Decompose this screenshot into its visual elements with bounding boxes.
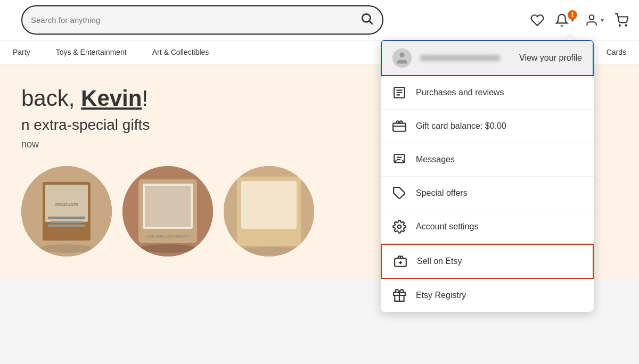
header-icons: 1 ▾ ▾	[530, 13, 628, 27]
menu-item-sell[interactable]: Sell on Etsy	[381, 244, 594, 279]
svg-point-18	[138, 244, 197, 253]
sell-icon	[392, 253, 408, 269]
favorites-button[interactable]	[530, 13, 544, 27]
messages-icon	[391, 152, 407, 168]
dropdown-menu: View your profile Purchases and reviews	[381, 40, 594, 312]
subtitle-prefix: n extra-special gifts	[21, 117, 150, 133]
svg-text:COLUMBIA UNIVERSITY: COLUMBIA UNIVERSITY	[146, 235, 189, 238]
product-image-2: COLUMBIA UNIVERSITY	[122, 166, 213, 257]
svg-rect-11	[48, 225, 85, 227]
nav-item-art[interactable]: Art & Collectibles	[140, 40, 222, 64]
sell-label: Sell on Etsy	[417, 257, 462, 266]
menu-item-gift-card[interactable]: Gift card balance: $0.00	[381, 110, 594, 143]
gift-card-label: Gift card balance: $0.00	[416, 121, 506, 131]
svg-point-0	[362, 14, 370, 22]
product-image-1: GRADUATE	[21, 166, 112, 257]
special-offers-label: Special offers	[416, 188, 468, 198]
nav-item-toys[interactable]: Toys & Entertainment	[43, 40, 140, 64]
menu-item-special-offers[interactable]: Special offers	[381, 177, 594, 210]
profile-avatar	[392, 48, 412, 68]
notification-badge: 1	[568, 10, 577, 20]
menu-item-messages[interactable]: Messages	[381, 143, 594, 177]
svg-point-22	[237, 247, 301, 255]
svg-rect-10	[51, 221, 83, 223]
account-settings-label: Account settings	[416, 222, 478, 231]
header: 1 ▾ ▾	[0, 0, 639, 40]
search-input[interactable]	[31, 15, 360, 24]
svg-rect-28	[393, 123, 406, 131]
special-offers-icon	[391, 185, 407, 201]
search-bar[interactable]	[21, 5, 383, 35]
user-chevron: ▾	[601, 16, 604, 24]
registry-label: Etsy Registry	[416, 291, 466, 300]
svg-point-4	[626, 24, 627, 26]
view-profile-label: View your profile	[519, 53, 582, 63]
svg-point-12	[40, 244, 93, 253]
svg-text:GRADUATE: GRADUATE	[55, 202, 78, 207]
purchases-icon	[391, 85, 407, 101]
svg-line-1	[370, 21, 373, 24]
menu-item-registry[interactable]: Etsy Registry	[381, 279, 594, 312]
product-image-3	[224, 166, 314, 257]
nav-item-cards[interactable]: Cards	[594, 40, 639, 64]
username-display: Kevin	[81, 86, 142, 111]
messages-label: Messages	[416, 155, 455, 164]
search-button[interactable]	[360, 12, 374, 28]
username-blurred	[420, 55, 500, 61]
svg-point-3	[619, 24, 620, 26]
svg-rect-21	[241, 181, 297, 229]
menu-item-view-profile[interactable]: View your profile	[381, 40, 594, 76]
svg-point-2	[589, 15, 594, 20]
svg-rect-9	[48, 217, 85, 219]
notifications-button[interactable]: 1 ▾	[555, 13, 574, 27]
svg-point-23	[399, 53, 404, 57]
purchases-label: Purchases and reviews	[416, 88, 504, 97]
greeting-prefix: back,	[21, 86, 81, 111]
menu-item-account-settings[interactable]: Account settings	[381, 210, 594, 244]
registry-icon	[391, 287, 407, 303]
gift-card-icon	[391, 118, 407, 134]
account-settings-icon	[391, 219, 407, 235]
cart-button[interactable]	[615, 13, 628, 27]
menu-item-purchases[interactable]: Purchases and reviews	[381, 76, 594, 110]
nav-item-party[interactable]: Party	[0, 40, 43, 64]
svg-rect-16	[145, 186, 191, 227]
user-menu-button[interactable]: ▾	[585, 13, 604, 27]
